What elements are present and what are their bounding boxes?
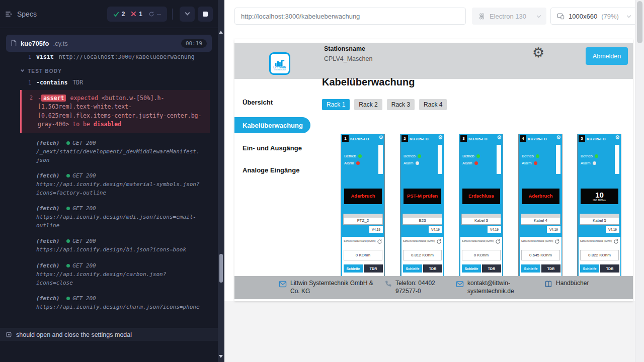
- fetch-url: https://api.iconify.design/charm.json?ic…: [36, 304, 200, 310]
- fetch-url: /_next/static/development/_devMiddleware…: [36, 148, 200, 163]
- gear-icon[interactable]: ⚙: [615, 135, 620, 140]
- loop-label: Schleifenwiderstand [kOhm]: [403, 240, 435, 242]
- failed-assert-command[interactable]: 2 -assertexpected <button.w-[50%].h-[1.5…: [20, 90, 210, 133]
- reporter-scrollbar[interactable]: [218, 0, 224, 362]
- spec-extension: .cy.ts: [53, 40, 67, 47]
- tab-rack-2[interactable]: Rack 2: [354, 99, 382, 110]
- skyline-icon: [274, 59, 285, 66]
- alarm-label: Alarm: [522, 161, 532, 165]
- tab-rack-3[interactable]: Rack 3: [387, 99, 415, 110]
- alarm-led: [356, 161, 360, 165]
- contains-command[interactable]: 1 -contains TDR: [0, 77, 218, 88]
- betrieb-led: [536, 154, 539, 158]
- gear-icon[interactable]: ⚙: [438, 135, 443, 140]
- scrollbar-thumb[interactable]: [637, 1, 642, 43]
- gear-icon[interactable]: ⚙: [497, 135, 502, 140]
- scroll-down-arrow[interactable]: [219, 355, 223, 358]
- status-ok-dot: [66, 297, 70, 300]
- cable-name: Kabel 4: [521, 214, 560, 225]
- stop-button[interactable]: [198, 7, 213, 22]
- scrollbar-thumb[interactable]: [219, 254, 223, 283]
- status-ok-dot: [66, 207, 70, 210]
- gear-icon[interactable]: ⚙: [556, 135, 561, 140]
- stop-icon: [203, 12, 208, 17]
- betrieb-led: [476, 154, 480, 158]
- passed-count: 2: [113, 11, 125, 18]
- loop-value: 0.822 KOhm: [580, 250, 619, 260]
- refresh-icon[interactable]: [436, 239, 442, 244]
- sidebar-item-uebersicht[interactable]: Übersicht: [243, 99, 273, 106]
- schleife-button[interactable]: Schleife: [521, 264, 540, 273]
- tdr-button[interactable]: TDR: [600, 264, 619, 273]
- refresh-icon[interactable]: [613, 239, 619, 244]
- fetch-log-entry[interactable]: (fetch)GET 200 https://api.iconify.desig…: [0, 168, 218, 201]
- footer-manuals-text: Handbücher: [556, 280, 589, 288]
- alarm-row: Alarm: [581, 161, 596, 165]
- spec-name: kue705fo: [21, 40, 49, 47]
- logout-button[interactable]: Abmelden: [586, 47, 628, 65]
- fetch-log-entry[interactable]: (fetch)GET 200 https://api.iconify.desig…: [0, 291, 218, 315]
- tdr-button[interactable]: TDR: [482, 264, 501, 273]
- firmware-version: V4.19: [547, 226, 560, 233]
- refresh-icon[interactable]: [377, 239, 382, 244]
- spec-file-icon: [11, 40, 17, 47]
- alarm-led: [474, 161, 478, 165]
- schleife-button[interactable]: Schleife: [403, 264, 422, 273]
- viewport-size: 1000x660: [569, 13, 597, 20]
- schleife-button[interactable]: Schleife: [344, 264, 363, 273]
- fetch-label: (fetch): [36, 238, 59, 244]
- test-body-section[interactable]: TEST BODY: [0, 62, 218, 77]
- fetch-log-entry[interactable]: (fetch)GET 200 /_next/static/development…: [0, 135, 218, 168]
- device-card: 5 KÜ705-FO ⚙ Betrieb Alarm 10 ISO MOhm K…: [577, 134, 621, 285]
- fetch-log-entry[interactable]: (fetch)GET 200 https://api.iconify.desig…: [0, 201, 218, 233]
- tdr-button[interactable]: TDR: [541, 264, 560, 273]
- sidebar-item-analoge-eingaenge[interactable]: Analoge Eingänge: [243, 166, 299, 174]
- tab-rack-1[interactable]: Rack 1: [322, 99, 350, 110]
- sidebar-item-kabelueberwachung[interactable]: Kabelüberwachung: [234, 117, 310, 133]
- browser-selector[interactable]: Electron 130: [472, 8, 546, 25]
- page-scrollbar[interactable]: [635, 0, 644, 362]
- status-ok-dot: [66, 239, 70, 243]
- alarm-label: Alarm: [581, 161, 591, 165]
- betrieb-row: Betrieb: [581, 154, 598, 158]
- pending-test-row[interactable]: should open and close the settings modal: [0, 328, 218, 341]
- gear-icon[interactable]: ⚙: [378, 135, 383, 140]
- tdr-button[interactable]: TDR: [364, 264, 383, 273]
- fetch-body: (fetch)GET 200 https://api.iconify.desig…: [36, 171, 202, 197]
- scroll-up-arrow[interactable]: [219, 31, 223, 34]
- viewport-selector[interactable]: 1000x660 (79%): [550, 8, 637, 25]
- settings-gear-icon[interactable]: ⚙: [532, 46, 544, 60]
- assert-badge: assert: [41, 95, 66, 102]
- alarm-label: Alarm: [344, 161, 354, 165]
- schleife-button[interactable]: Schleife: [580, 264, 599, 273]
- fetch-label: (fetch): [36, 172, 59, 179]
- refresh-icon[interactable]: [495, 239, 501, 244]
- footer-manuals[interactable]: Handbücher: [544, 280, 589, 288]
- pending-test-title: should open and close the settings modal: [16, 331, 132, 338]
- command-arg: TDR: [72, 79, 83, 86]
- loop-label: Schleifenwiderstand [kOhm]: [521, 240, 553, 242]
- reporter-panel: Specs 2 1 -- kue7: [0, 0, 218, 362]
- specs-menu-button[interactable]: Specs: [5, 10, 37, 18]
- cable-name: Kabel 3: [461, 214, 501, 225]
- logo-text: LITTWIN: [273, 66, 286, 69]
- specs-label: Specs: [17, 10, 37, 18]
- footer-email[interactable]: kontakt@littwin-systemtechnik.de: [456, 280, 524, 295]
- url-input[interactable]: http://localhost:3000/kabelueberwachung: [234, 8, 466, 25]
- fetch-body: (fetch)GET 200 https://api.iconify.desig…: [36, 294, 202, 311]
- fetch-status: GET 200: [72, 205, 96, 212]
- visit-command[interactable]: 1 visit http://localhost:3000/kabelueber…: [0, 55, 218, 62]
- fetch-log-entry[interactable]: (fetch)GET 200 https://api.iconify.desig…: [0, 258, 218, 291]
- spec-header[interactable]: kue705fo.cy.ts 00:19: [6, 35, 212, 52]
- schleife-button[interactable]: Schleife: [462, 264, 481, 273]
- tdr-button[interactable]: TDR: [423, 264, 442, 273]
- refresh-icon[interactable]: [554, 239, 560, 244]
- betrieb-label: Betrieb: [462, 154, 474, 158]
- spec-timer: 00:19: [181, 39, 207, 48]
- tab-rack-4[interactable]: Rack 4: [419, 99, 447, 110]
- fetch-log-entry[interactable]: (fetch)GET 200 https://api.iconify.desig…: [0, 233, 218, 257]
- level-indicator: [556, 145, 560, 174]
- sidebar-item-ein-und-ausgaenge[interactable]: Ein- und Ausgänge: [243, 144, 302, 152]
- collapse-reporter-button[interactable]: [180, 7, 195, 22]
- footer-phone[interactable]: Telefon: 04402 972577-0: [384, 280, 457, 295]
